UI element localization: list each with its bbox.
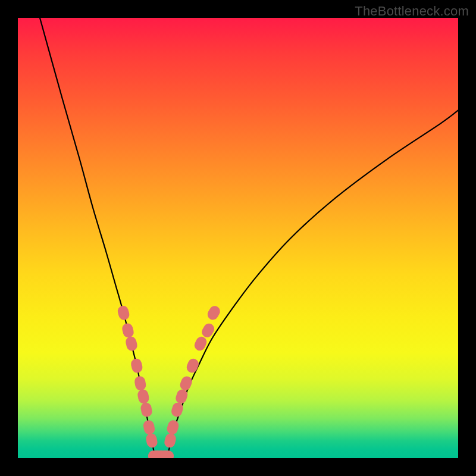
marker-left-3 — [130, 358, 143, 374]
svg-rect-3 — [130, 358, 143, 374]
watermark-text: TheBottleneck.com — [355, 4, 469, 19]
marker-right-4 — [178, 375, 194, 392]
marker-left-5 — [137, 389, 150, 405]
marker-left-8 — [145, 433, 158, 449]
svg-rect-21 — [159, 450, 174, 458]
svg-rect-14 — [185, 357, 201, 374]
marker-layer — [117, 304, 222, 458]
svg-rect-0 — [117, 305, 131, 321]
svg-rect-9 — [163, 433, 177, 449]
svg-rect-10 — [165, 419, 180, 436]
marker-right-8 — [205, 304, 222, 322]
marker-right-0 — [163, 433, 177, 449]
chart-frame: TheBottleneck.com — [0, 0, 476, 476]
curve-layer — [40, 18, 458, 458]
svg-rect-6 — [140, 402, 153, 418]
marker-left-1 — [121, 322, 134, 339]
curve-left-branch — [40, 18, 155, 458]
marker-left-0 — [117, 305, 131, 321]
plot-area — [18, 18, 458, 458]
marker-left-6 — [140, 402, 153, 418]
marker-left-4 — [134, 375, 147, 392]
svg-rect-17 — [205, 304, 222, 322]
curve-right-branch — [167, 110, 458, 458]
marker-left-7 — [142, 419, 155, 436]
marker-right-5 — [185, 357, 201, 374]
chart-svg — [18, 18, 458, 458]
marker-right-1 — [165, 419, 180, 436]
svg-rect-7 — [142, 419, 155, 436]
svg-rect-13 — [178, 375, 194, 392]
svg-rect-1 — [121, 322, 134, 339]
svg-rect-8 — [145, 433, 158, 449]
svg-rect-2 — [124, 336, 138, 352]
svg-rect-5 — [137, 389, 150, 405]
marker-bottom-3 — [159, 450, 174, 458]
svg-rect-4 — [134, 375, 147, 392]
marker-left-2 — [124, 336, 138, 352]
